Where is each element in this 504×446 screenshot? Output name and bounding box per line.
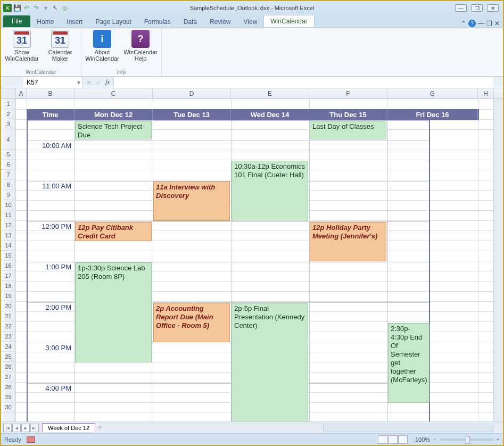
col-header[interactable]: B	[27, 88, 75, 98]
cancel-formula-icon[interactable]: ✕	[86, 79, 92, 86]
tab-review[interactable]: Review	[203, 16, 237, 27]
event-econ-final[interactable]: 10:30a-12p Economics 101 Final (Cueter H…	[232, 161, 308, 220]
fx-icon[interactable]: fx	[105, 78, 110, 86]
row-header[interactable]: 22	[1, 321, 15, 332]
tab-page-layout[interactable]: Page Layout	[89, 16, 137, 27]
sheet-tab-active[interactable]: Week of Dec 12	[42, 423, 95, 432]
tab-wincalendar[interactable]: WinCalendar	[263, 15, 314, 27]
enter-formula-icon[interactable]: ✓	[96, 79, 101, 86]
event-accounting-report[interactable]: 2p Accounting Report Due (Main Office - …	[153, 303, 230, 342]
page-break-view-icon[interactable]	[398, 435, 408, 444]
row-header[interactable]: 28	[1, 382, 15, 392]
row-header[interactable]: 11	[1, 210, 15, 220]
vertical-scrollbar[interactable]	[493, 99, 503, 422]
workbook-restore-icon[interactable]: ❐	[486, 20, 492, 27]
row-header[interactable]: 29	[1, 392, 15, 402]
col-header[interactable]: G	[387, 88, 478, 98]
qat-item-icon[interactable]: ◎	[61, 4, 69, 12]
event-science-lab[interactable]: 1p-3:30p Science Lab 205 (Room 8P)	[75, 262, 152, 362]
row-header[interactable]: 15	[1, 251, 15, 261]
row-header[interactable]: 2	[1, 109, 15, 119]
col-header[interactable]: H	[478, 88, 494, 98]
row-header[interactable]: 24	[1, 342, 15, 352]
about-wincalendar-button[interactable]: i About WinCalendar	[86, 30, 119, 62]
tab-formulas[interactable]: Formulas	[138, 16, 177, 27]
row-header[interactable]: 21	[1, 311, 15, 321]
row-header[interactable]: 3	[1, 119, 15, 129]
show-wincalendar-button[interactable]: 31 Show WinCalendar	[5, 30, 38, 62]
qat-more-icon[interactable]: ▾	[42, 4, 50, 12]
sheet-next-icon[interactable]: ▸	[21, 424, 30, 432]
row-header[interactable]: 8	[1, 180, 15, 190]
sheet-prev-icon[interactable]: ◂	[12, 424, 21, 432]
event-last-day[interactable]: Last Day of Classes	[310, 121, 386, 139]
col-header[interactable]: A	[16, 88, 27, 98]
redo-icon[interactable]: ↷	[32, 4, 40, 12]
row-header[interactable]: 16	[1, 261, 15, 271]
name-box[interactable]: K57▾	[23, 77, 83, 88]
macro-record-icon[interactable]	[27, 436, 35, 443]
zoom-out-icon[interactable]: −	[433, 436, 436, 443]
cells-area[interactable]: Time Mon Dec 12 Tue Dec 13 Wed Dec 14 Th…	[16, 99, 493, 422]
event-interview[interactable]: 11a Interview with Discovery	[153, 181, 230, 221]
zoom-level[interactable]: 100%	[415, 436, 430, 443]
row-header[interactable]: 10	[1, 200, 15, 210]
row-header[interactable]: 27	[1, 372, 15, 382]
row-header[interactable]: 26	[1, 362, 15, 372]
row-header[interactable]: 5	[1, 150, 15, 160]
new-sheet-icon[interactable]: ✧	[97, 424, 102, 431]
restore-button[interactable]: ❐	[471, 4, 483, 12]
col-header[interactable]: C	[75, 88, 153, 98]
col-header[interactable]: D	[153, 88, 231, 98]
sheet-last-icon[interactable]: ▸|	[30, 424, 39, 432]
tab-home[interactable]: Home	[30, 16, 60, 27]
wincalendar-help-button[interactable]: ? WinCalendar Help	[124, 30, 157, 62]
row-header[interactable]: 9	[1, 190, 15, 200]
row-header[interactable]: 7	[1, 170, 15, 180]
event-semester-end[interactable]: 2:30p-4:30p End Of Semester get together…	[388, 323, 429, 403]
col-header[interactable]: F	[309, 88, 387, 98]
formula-bar[interactable]	[113, 77, 493, 88]
row-header[interactable]: 18	[1, 281, 15, 291]
workbook-close-icon[interactable]: ✕	[494, 20, 500, 27]
event-science-project[interactable]: Science Tech Project Due	[75, 121, 152, 139]
undo-icon[interactable]: ↶	[22, 4, 31, 12]
row-header[interactable]: 25	[1, 352, 15, 362]
row-header[interactable]: 6	[1, 160, 15, 170]
pointer-icon[interactable]: ↖	[51, 4, 60, 12]
row-header[interactable]: 23	[1, 332, 15, 342]
workbook-minimize-icon[interactable]: —	[478, 20, 484, 27]
tab-file[interactable]: File	[3, 15, 30, 27]
col-header[interactable]: E	[231, 88, 309, 98]
horizontal-scrollbar[interactable]	[323, 424, 493, 432]
tab-data[interactable]: Data	[177, 16, 203, 27]
event-holiday-party[interactable]: 12p Holiday Party Meeting (Jennifer's)	[310, 222, 386, 261]
row-header[interactable]: 4	[1, 129, 15, 150]
row-header[interactable]: 30	[1, 402, 15, 412]
row-header[interactable]: 17	[1, 271, 15, 281]
row-header[interactable]: 12	[1, 220, 15, 230]
normal-view-icon[interactable]	[378, 435, 387, 444]
help-icon[interactable]: ?	[468, 20, 476, 27]
event-citibank[interactable]: 12p Pay Citibank Credit Card	[75, 222, 152, 241]
close-button[interactable]: ✕	[487, 4, 499, 12]
select-all-corner[interactable]	[1, 88, 16, 98]
calendar-maker-button[interactable]: 31 Calendar Maker	[44, 30, 77, 62]
row-header[interactable]: 1	[1, 99, 15, 109]
row-header[interactable]: 19	[1, 291, 15, 301]
row-header[interactable]: 14	[1, 241, 15, 251]
tab-insert[interactable]: Insert	[60, 16, 89, 27]
calendar-table: Time Mon Dec 12 Tue Dec 13 Wed Dec 14 Th…	[27, 109, 479, 422]
row-header[interactable]: 20	[1, 301, 15, 311]
tab-view[interactable]: View	[237, 16, 264, 27]
ribbon-minimize-icon[interactable]: ⌃	[461, 20, 466, 27]
minimize-button[interactable]: —	[455, 4, 467, 12]
save-icon[interactable]: 💾	[13, 4, 21, 12]
sheet-first-icon[interactable]: |◂	[3, 424, 12, 432]
zoom-slider[interactable]	[440, 439, 493, 441]
event-final-presentation[interactable]: 2p-5p Final Presentation (Kennedy Center…	[232, 303, 308, 422]
row-header[interactable]: 13	[1, 230, 15, 241]
chevron-down-icon[interactable]: ▾	[77, 79, 82, 86]
page-layout-view-icon[interactable]	[388, 435, 398, 444]
zoom-in-icon[interactable]: +	[497, 436, 500, 443]
